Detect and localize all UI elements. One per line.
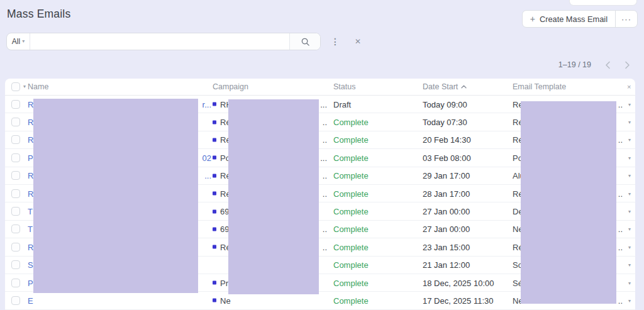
search-options-button[interactable]: ⋮ bbox=[328, 33, 342, 50]
row-actions-button[interactable]: ▾ bbox=[624, 137, 635, 143]
row-checkbox[interactable] bbox=[11, 118, 20, 126]
column-header-campaign[interactable]: Campaign bbox=[213, 82, 248, 91]
status-cell: Complete bbox=[333, 153, 369, 162]
column-header-date-start[interactable]: Date Start bbox=[423, 82, 467, 91]
row-actions-caret: ▾ bbox=[628, 119, 631, 125]
row-actions-button[interactable]: ▾ bbox=[624, 262, 635, 268]
row-actions-button[interactable]: ▾ bbox=[624, 226, 635, 232]
mass-email-name-link[interactable]: E bbox=[28, 296, 211, 305]
row-checkbox[interactable] bbox=[11, 207, 20, 216]
top-actions: + Create Mass Email ··· bbox=[522, 10, 638, 28]
table-header: ▾ Name Campaign Status Date Start Email … bbox=[5, 79, 635, 96]
date-start-value: 17 Dec, 2025 11:30 bbox=[423, 296, 494, 305]
campaign-bullet-icon bbox=[213, 245, 216, 249]
redaction-box-name-column bbox=[33, 99, 198, 293]
row-checkbox[interactable] bbox=[11, 296, 20, 305]
create-mass-email-button[interactable]: + Create Mass Email bbox=[522, 10, 616, 28]
campaign-fragment-end: .. bbox=[323, 171, 327, 180]
search-button[interactable] bbox=[289, 33, 320, 50]
row-checkbox[interactable] bbox=[11, 260, 20, 269]
status-value: Complete bbox=[333, 118, 369, 127]
row-actions-caret: ▾ bbox=[628, 101, 631, 107]
row-actions-caret: ▾ bbox=[628, 173, 631, 179]
row-checkbox-cell bbox=[11, 279, 20, 287]
row-actions-button[interactable]: ▾ bbox=[624, 101, 635, 107]
row-actions-button[interactable]: ▾ bbox=[624, 297, 635, 303]
campaign-fragment-end: .. bbox=[323, 189, 327, 198]
select-menu-caret-icon[interactable]: ▾ bbox=[23, 84, 26, 89]
row-checkbox[interactable] bbox=[11, 224, 20, 233]
status-value: Complete bbox=[333, 296, 369, 305]
name-fragment-end: 02 bbox=[203, 153, 211, 162]
row-actions-button[interactable]: ▾ bbox=[624, 155, 635, 160]
row-checkbox[interactable] bbox=[11, 189, 20, 198]
row-checkbox[interactable] bbox=[11, 279, 20, 287]
status-value: Draft bbox=[333, 99, 351, 109]
row-checkbox[interactable] bbox=[11, 153, 20, 162]
row-actions-caret: ▾ bbox=[628, 209, 631, 214]
column-header-status[interactable]: Status bbox=[333, 82, 355, 91]
date-start-value: Today 07:30 bbox=[423, 118, 467, 127]
pagination: 1–19 / 19 bbox=[558, 58, 634, 72]
chevron-right-icon bbox=[625, 61, 630, 69]
row-checkbox-cell bbox=[11, 243, 20, 252]
date-start-value: 27 Jan 00:00 bbox=[423, 207, 470, 216]
plus-icon: + bbox=[530, 14, 535, 23]
row-checkbox[interactable] bbox=[11, 243, 20, 252]
previous-page-button[interactable] bbox=[601, 58, 614, 72]
page-title: Mass Emails bbox=[7, 8, 70, 21]
campaign-fragment-start: Pr bbox=[220, 278, 228, 287]
row-checkbox-cell bbox=[11, 100, 20, 109]
campaign-fragment-start: Ne bbox=[220, 296, 231, 305]
search-input[interactable] bbox=[30, 33, 289, 50]
date-start-value: 21 Jan 12:00 bbox=[423, 260, 470, 270]
row-checkbox-cell bbox=[11, 189, 20, 198]
row-actions-button[interactable]: ▾ bbox=[624, 209, 635, 214]
row-actions-caret: ▾ bbox=[628, 155, 631, 160]
row-checkbox[interactable] bbox=[11, 135, 20, 144]
campaign-bullet-icon bbox=[213, 281, 216, 285]
select-all-checkbox[interactable] bbox=[11, 82, 20, 91]
date-start-value: 23 Jan 15:00 bbox=[423, 242, 470, 252]
name-fragment-start: T bbox=[28, 207, 33, 216]
search-reset-button[interactable]: ✕ bbox=[351, 33, 365, 50]
row-actions-button[interactable]: ▾ bbox=[624, 119, 635, 125]
template-fragment-end: .. bbox=[618, 296, 623, 305]
search-filter-dropdown[interactable]: All ▾ bbox=[7, 33, 30, 50]
search-bar: All ▾ bbox=[6, 33, 321, 50]
row-actions-caret: ▾ bbox=[628, 297, 631, 303]
row-checkbox-cell bbox=[11, 171, 20, 180]
row-actions-button[interactable]: ▾ bbox=[624, 280, 635, 285]
open-menu-fragment bbox=[569, 0, 637, 6]
row-actions-caret: ▾ bbox=[628, 226, 631, 232]
campaign-bullet-icon bbox=[213, 192, 216, 196]
row-checkbox-cell bbox=[11, 153, 20, 162]
row-actions-caret: ▾ bbox=[628, 244, 631, 250]
name-fragment-start: R bbox=[28, 135, 33, 145]
name-fragment-start: R bbox=[28, 171, 33, 180]
status-value: Complete bbox=[333, 135, 369, 145]
row-actions-caret: ▾ bbox=[628, 137, 631, 143]
row-checkbox-cell bbox=[11, 135, 20, 144]
status-value: Complete bbox=[333, 153, 369, 162]
row-checkbox[interactable] bbox=[11, 100, 20, 109]
status-cell: Complete bbox=[333, 207, 369, 216]
dots-vertical-icon: ⋮ bbox=[331, 36, 340, 47]
column-header-email-template[interactable]: Email Template bbox=[513, 82, 566, 91]
row-actions-button[interactable]: ▾ bbox=[624, 191, 635, 196]
status-value: Complete bbox=[333, 242, 369, 252]
more-actions-button[interactable]: ··· bbox=[615, 10, 638, 28]
column-header-name[interactable]: Name bbox=[28, 82, 48, 91]
campaign-fragment-end: .. bbox=[323, 118, 327, 127]
row-checkbox[interactable] bbox=[11, 171, 20, 180]
name-fragment-start: P bbox=[28, 153, 33, 162]
header-close-icon[interactable]: × bbox=[627, 83, 631, 91]
row-actions-button[interactable]: ▾ bbox=[624, 173, 635, 179]
campaign-left: Po bbox=[213, 153, 230, 162]
name-fragment-start: E bbox=[28, 296, 33, 305]
row-actions-button[interactable]: ▾ bbox=[624, 244, 635, 250]
name-fragment-start: R bbox=[28, 99, 33, 109]
name-fragment-start: R bbox=[28, 189, 33, 198]
row-checkbox-cell bbox=[11, 118, 20, 126]
next-page-button[interactable] bbox=[620, 58, 634, 72]
